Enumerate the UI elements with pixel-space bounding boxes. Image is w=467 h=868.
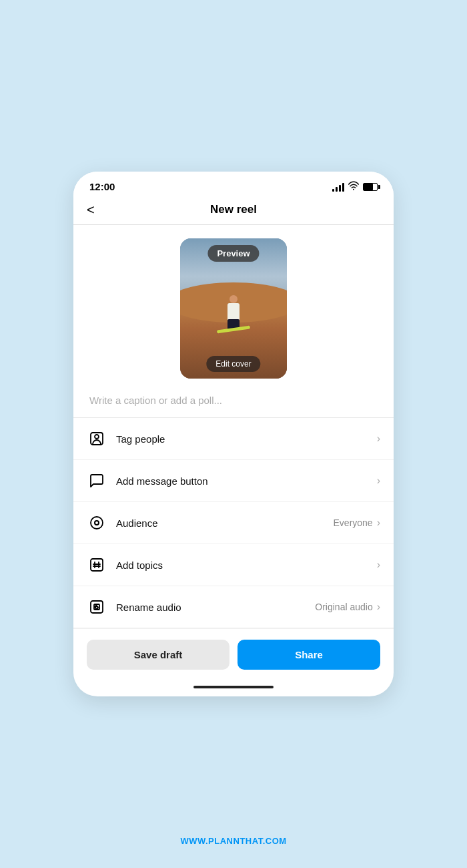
- status-icons: [332, 181, 378, 192]
- page-header: < New reel: [73, 196, 394, 225]
- add-message-label: Add message button: [116, 475, 373, 487]
- audience-chevron: ›: [377, 517, 380, 529]
- option-rename-audio[interactable]: Rename audio Original audio ›: [73, 586, 394, 628]
- audio-icon: [87, 597, 107, 617]
- audience-label: Audience: [116, 517, 334, 529]
- option-tag-people[interactable]: Tag people ›: [73, 418, 394, 460]
- audience-icon: [87, 513, 107, 533]
- hashtag-icon: [87, 555, 107, 575]
- tag-people-label: Tag people: [116, 433, 373, 445]
- tag-people-icon: [87, 429, 107, 449]
- preview-badge: Preview: [207, 245, 259, 262]
- message-icon: [87, 471, 107, 491]
- add-message-chevron: ›: [377, 475, 380, 487]
- option-add-message[interactable]: Add message button ›: [73, 460, 394, 502]
- svg-rect-6: [91, 559, 103, 571]
- video-thumbnail: Preview Edit cover: [180, 238, 287, 379]
- action-buttons: Save draft Share: [73, 628, 394, 680]
- edit-cover-button[interactable]: Edit cover: [206, 356, 260, 372]
- caption-placeholder[interactable]: Write a caption or add a poll...: [89, 395, 222, 406]
- option-add-topics[interactable]: Add topics ›: [73, 544, 394, 586]
- home-indicator: [73, 680, 394, 696]
- svg-point-13: [95, 606, 98, 609]
- svg-point-5: [95, 521, 98, 524]
- add-topics-chevron: ›: [377, 559, 380, 571]
- status-bar: 12:00: [73, 172, 394, 196]
- page-title: New reel: [210, 203, 257, 216]
- option-audience[interactable]: Audience Everyone ›: [73, 502, 394, 544]
- options-list: Tag people › Add message button ›: [73, 418, 394, 628]
- save-draft-button[interactable]: Save draft: [87, 640, 229, 670]
- signal-icon: [332, 182, 344, 192]
- person-figure: [219, 290, 248, 330]
- add-topics-label: Add topics: [116, 560, 373, 571]
- phone-wrapper: 12:00: [0, 0, 467, 868]
- svg-point-0: [353, 189, 354, 190]
- audience-value: Everyone: [334, 517, 373, 528]
- rename-audio-chevron: ›: [377, 601, 380, 613]
- svg-point-2: [95, 435, 99, 439]
- footer-url: WWW.PLANNTHAT.COM: [180, 836, 286, 846]
- phone-container: 12:00: [73, 172, 394, 696]
- back-button[interactable]: <: [87, 202, 95, 218]
- rename-audio-value: Original audio: [315, 602, 372, 612]
- wifi-icon: [348, 181, 359, 192]
- tag-people-chevron: ›: [377, 433, 380, 445]
- home-bar: [193, 686, 274, 688]
- battery-icon: [363, 183, 378, 191]
- share-button[interactable]: Share: [238, 640, 380, 670]
- preview-container: Preview Edit cover: [73, 225, 394, 387]
- status-time: 12:00: [89, 181, 115, 192]
- rename-audio-label: Rename audio: [116, 602, 315, 613]
- caption-area[interactable]: Write a caption or add a poll...: [73, 387, 394, 418]
